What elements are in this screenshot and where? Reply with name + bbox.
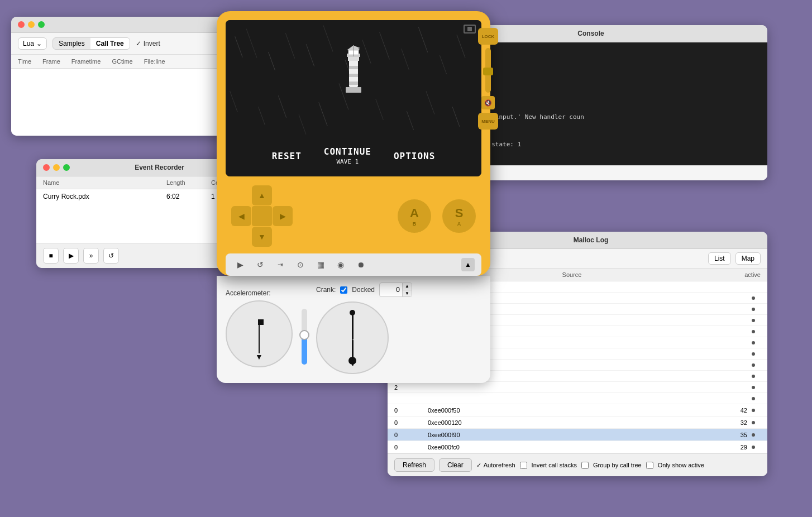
dpad-down-button[interactable]: ▼	[252, 227, 272, 247]
dot-icon	[752, 352, 755, 356]
autorefresh-checkbox-row: ✓ Autorefresh	[476, 462, 515, 469]
malloc-footer: Refresh Clear ✓ Autorefresh Invert call …	[388, 453, 767, 476]
accel-label: Accelerometer:	[226, 289, 293, 297]
increment-button[interactable]: ▲	[403, 283, 412, 290]
minimize-icon[interactable]	[28, 21, 35, 28]
clear-button[interactable]: Clear	[439, 458, 472, 472]
play-button[interactable]: ▶	[232, 257, 248, 272]
lock-button[interactable]: LOCK	[478, 28, 498, 45]
col-gctime: GCtime	[112, 58, 132, 65]
crank-docked-label: Docked	[352, 286, 375, 294]
stop-button[interactable]: ⊙	[293, 257, 308, 272]
samples-button[interactable]: Samples	[53, 38, 90, 49]
crank-header: Crank: Docked ▲ ▼	[316, 283, 412, 297]
dot-icon	[752, 409, 755, 412]
checkmark-icon: ✓	[476, 462, 481, 469]
dot-icon	[752, 446, 755, 449]
malloc-data-row-3[interactable]: 0 0xee000f90 35	[388, 429, 767, 441]
accelerometer-section: Accelerometer: ▼	[226, 289, 293, 367]
maximize-icon[interactable]	[38, 21, 45, 28]
crank-bottom-dot	[348, 357, 356, 365]
svg-rect-6	[349, 74, 358, 77]
forward-button[interactable]: ⇥	[273, 257, 288, 272]
dot-icon	[752, 341, 755, 344]
malloc-source-2: 0xee000120	[428, 419, 703, 426]
dot-icon	[752, 397, 755, 400]
accel-line	[259, 321, 260, 353]
menu-button[interactable]: MENU	[478, 113, 498, 130]
dpad-left-button[interactable]: ◀	[231, 206, 251, 226]
refresh-button[interactable]: Refresh	[394, 458, 434, 472]
col-frametime: Frametime	[71, 58, 101, 65]
svg-rect-5	[349, 66, 358, 69]
malloc-source-3: 0xee000f90	[428, 432, 703, 438]
dpad-up-button[interactable]: ▲	[252, 185, 272, 205]
scroll-up-button[interactable]: ▲	[461, 258, 475, 271]
language-selector[interactable]: Lua ⌄	[18, 37, 47, 50]
crank-handle[interactable]	[299, 330, 309, 340]
malloc-num-1: 0	[394, 407, 428, 414]
record-button[interactable]: ⏺	[353, 257, 369, 272]
volume-knob	[483, 68, 493, 75]
col-time: Time	[18, 58, 31, 65]
mc-col-active: active	[716, 271, 761, 278]
malloc-row-num2: 2	[388, 382, 767, 393]
camera-button[interactable]: ◉	[333, 257, 348, 272]
left-arrow-icon: ◀	[238, 212, 245, 221]
svg-rect-8	[346, 87, 361, 93]
speaker-icon: 🔇	[481, 96, 495, 109]
invert-stacks-checkbox[interactable]	[520, 462, 527, 469]
playdate-device: LOCK 🔇 MENU	[217, 11, 490, 276]
show-active-checkbox[interactable]	[646, 462, 653, 469]
svg-rect-9	[354, 45, 354, 56]
crank-docked-checkbox[interactable]	[340, 286, 347, 294]
refresh-button[interactable]: ↺	[103, 248, 119, 264]
down-arrow-icon: ▼	[258, 232, 266, 241]
close-icon[interactable]	[43, 164, 50, 171]
dot-icon	[752, 319, 755, 322]
malloc-data-row-2[interactable]: 0 0xee000120 32	[388, 417, 767, 429]
malloc-data-row-1[interactable]: 0 0xee000f50 42	[388, 404, 767, 417]
malloc-num-3: 0	[394, 432, 428, 438]
malloc-data-row-4[interactable]: 0 0xee000fc0 29	[388, 441, 767, 453]
stop-button[interactable]: ■	[43, 248, 59, 264]
malloc-active-4: 29	[703, 444, 747, 451]
close-icon[interactable]	[18, 21, 25, 28]
decrement-button[interactable]: ▼	[403, 290, 412, 296]
list-view-button[interactable]: List	[708, 252, 731, 265]
malloc-source-1: 0xee000f50	[428, 407, 703, 414]
group-label: Group by call tree	[593, 462, 642, 468]
dot-icon	[752, 330, 755, 333]
col-frame: Frame	[42, 58, 60, 65]
malloc-source-4: 0xee000fc0	[428, 444, 703, 451]
malloc-num-2: 0	[394, 419, 428, 426]
screen-icon	[464, 25, 476, 33]
film-button[interactable]: ▦	[313, 257, 328, 272]
accelerometer-circle[interactable]: ▼	[226, 300, 293, 367]
skip-button[interactable]: »	[83, 248, 99, 264]
dot-icon	[752, 363, 755, 367]
call-tree-button[interactable]: Call Tree	[90, 38, 130, 49]
crank-circle[interactable]	[316, 301, 389, 374]
dpad-right-button[interactable]: ▶	[273, 206, 293, 226]
svg-rect-7	[349, 82, 358, 85]
crank-slider[interactable]	[302, 309, 307, 365]
crank-value-input[interactable]	[380, 285, 402, 295]
sensor-row: Accelerometer: ▼ Crank:	[226, 283, 481, 374]
refresh-button[interactable]: ↺	[252, 257, 268, 272]
malloc-active-2: 32	[703, 419, 747, 426]
maximize-icon[interactable]	[63, 164, 70, 171]
s-button[interactable]: S A	[442, 199, 476, 233]
event-recorder-title: Event Recorder	[135, 164, 184, 171]
btn-a-group: A B	[398, 199, 431, 233]
minimize-icon[interactable]	[53, 164, 60, 171]
malloc-title: Malloc Log	[574, 236, 609, 244]
map-view-button[interactable]: Map	[735, 252, 761, 265]
right-arrow-icon: ▶	[280, 212, 286, 221]
play-button[interactable]: ▶	[63, 248, 79, 264]
profiler-body	[11, 69, 229, 136]
dot-icon	[752, 386, 755, 389]
a-button[interactable]: A B	[398, 199, 431, 233]
group-call-tree-checkbox[interactable]	[581, 462, 589, 469]
volume-slider[interactable]	[485, 48, 491, 93]
